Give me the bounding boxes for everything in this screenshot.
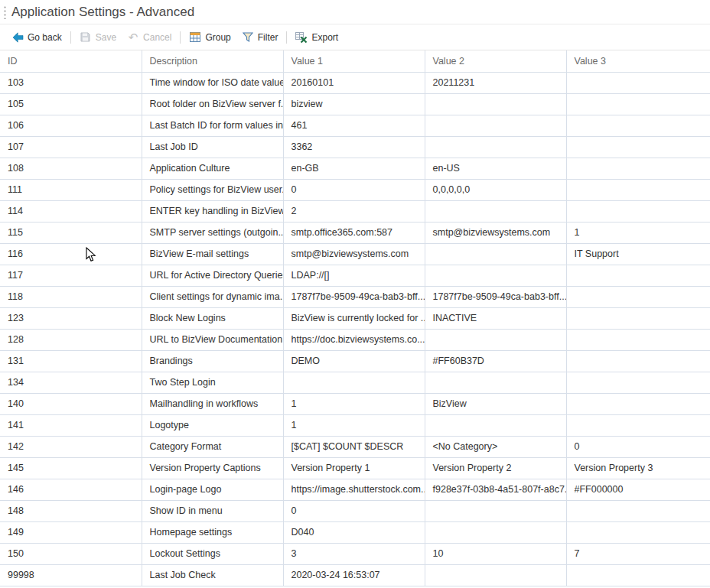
table-row[interactable]: 117URL for Active Directory QueriesLDAP:… — [0, 265, 710, 286]
grid-cell[interactable]: URL to BizView Documentation — [142, 329, 283, 350]
grid-cell[interactable]: DEMO — [283, 350, 425, 372]
grid-cell[interactable] — [425, 372, 566, 393]
grid-cell[interactable]: 0 — [566, 436, 710, 457]
table-row[interactable]: 142Category Format[$CAT] $COUNT $DESCR<N… — [0, 436, 710, 457]
grid-cell[interactable]: #FF60B37D — [425, 350, 566, 372]
column-header-id[interactable]: ID — [0, 50, 142, 72]
grid-cell[interactable]: bizview — [283, 93, 425, 115]
grid-cell[interactable] — [566, 158, 710, 179]
table-row[interactable]: 105Root folder on BizView server f...biz… — [0, 93, 710, 115]
table-row[interactable]: 106Last Batch ID for form values in...46… — [0, 115, 710, 136]
grid-cell[interactable]: 1 — [566, 222, 710, 243]
grid-cell[interactable] — [566, 179, 710, 200]
grid-cell[interactable] — [566, 564, 710, 586]
grid-cell[interactable] — [566, 500, 710, 521]
table-row[interactable]: 134Two Step Login — [0, 372, 710, 393]
grid-cell[interactable]: 128 — [0, 329, 142, 350]
grid-cell[interactable] — [566, 93, 710, 115]
grid-cell[interactable]: 117 — [0, 265, 142, 286]
grid-cell[interactable]: BizView is currently locked for ... — [283, 307, 425, 329]
grid-cell[interactable]: 150 — [0, 543, 142, 564]
grid-cell[interactable]: Two Step Login — [142, 372, 283, 393]
table-row[interactable]: 107Last Job ID3362 — [0, 136, 710, 158]
grid-cell[interactable]: Policy settings for BizView user... — [142, 179, 283, 200]
filter-button[interactable]: Filter — [236, 28, 284, 47]
grid-cell[interactable] — [566, 372, 710, 393]
grid-cell[interactable]: 141 — [0, 414, 142, 436]
grid-cell[interactable]: Brandings — [142, 350, 283, 372]
grid-cell[interactable]: 1 — [283, 393, 425, 414]
table-row[interactable]: 99998Last Job Check2020-03-24 16:53:07 — [0, 564, 710, 586]
drag-handle-icon[interactable] — [3, 5, 7, 19]
grid-cell[interactable] — [566, 414, 710, 436]
grid-cell[interactable]: 20160101 — [283, 72, 425, 93]
grid-cell[interactable]: https://image.shutterstock.com... — [283, 479, 425, 500]
grid-cell[interactable]: Client settings for dynamic ima... — [142, 286, 283, 307]
grid-cell[interactable]: 123 — [0, 307, 142, 329]
grid-cell[interactable]: en-GB — [283, 158, 425, 179]
table-row[interactable]: 116BizView E-mail settingssmtp@bizviewsy… — [0, 243, 710, 265]
grid-cell[interactable]: URL for Active Directory Queries — [142, 265, 283, 286]
column-header-description[interactable]: Description — [142, 50, 283, 72]
grid-cell[interactable]: 7 — [566, 543, 710, 564]
table-row[interactable]: 128URL to BizView Documentationhttps://d… — [0, 329, 710, 350]
grid-cell[interactable]: Version Property 2 — [425, 457, 566, 479]
grid-cell[interactable]: Lockout Settings — [142, 543, 283, 564]
grid-cell[interactable] — [566, 265, 710, 286]
table-row[interactable]: 145Version Property CaptionsVersion Prop… — [0, 457, 710, 479]
grid-cell[interactable]: 142 — [0, 436, 142, 457]
table-row[interactable]: 146Login-page Logohttps://image.shutters… — [0, 479, 710, 500]
grid-cell[interactable]: Homepage settings — [142, 521, 283, 543]
table-row[interactable]: 114ENTER key handling in BizView...2 — [0, 200, 710, 222]
grid-cell[interactable]: 106 — [0, 115, 142, 136]
grid-cell[interactable]: 116 — [0, 243, 142, 265]
table-row[interactable]: 111Policy settings for BizView user...00… — [0, 179, 710, 200]
grid-cell[interactable]: en-US — [425, 158, 566, 179]
grid-cell[interactable]: 0,0,0,0,0 — [425, 179, 566, 200]
grid-cell[interactable]: 3 — [283, 543, 425, 564]
grid-cell[interactable]: 140 — [0, 393, 142, 414]
grid-cell[interactable]: IT Support — [566, 243, 710, 265]
grid-cell[interactable]: 3362 — [283, 136, 425, 158]
grid-cell[interactable]: 111 — [0, 179, 142, 200]
grid-cell[interactable] — [425, 414, 566, 436]
grid-cell[interactable]: ENTER key handling in BizView... — [142, 200, 283, 222]
grid-cell[interactable] — [425, 329, 566, 350]
grid-cell[interactable]: 118 — [0, 286, 142, 307]
group-button[interactable]: Group — [184, 28, 236, 47]
grid-cell[interactable]: Root folder on BizView server f... — [142, 93, 283, 115]
grid-cell[interactable]: 1 — [283, 414, 425, 436]
table-row[interactable]: 148Show ID in menu0 — [0, 500, 710, 521]
grid-cell[interactable]: 103 — [0, 72, 142, 93]
grid-cell[interactable] — [425, 93, 566, 115]
column-header-value2[interactable]: Value 2 — [425, 50, 566, 72]
grid-cell[interactable] — [566, 136, 710, 158]
grid-cell[interactable]: 131 — [0, 350, 142, 372]
grid-cell[interactable]: INACTIVE — [425, 307, 566, 329]
grid-cell[interactable]: 1787f7be-9509-49ca-bab3-bff... — [425, 286, 566, 307]
grid-cell[interactable]: BizView — [425, 393, 566, 414]
grid-cell[interactable] — [566, 307, 710, 329]
grid-cell[interactable]: smtp@bizviewsystems.com — [425, 222, 566, 243]
grid-cell[interactable]: Time window for ISO date values — [142, 72, 283, 93]
column-header-value3[interactable]: Value 3 — [566, 50, 710, 72]
grid-cell[interactable]: 145 — [0, 457, 142, 479]
grid-cell[interactable]: Category Format — [142, 436, 283, 457]
grid-cell[interactable]: 99998 — [0, 564, 142, 586]
table-row[interactable]: 131BrandingsDEMO#FF60B37D — [0, 350, 710, 372]
grid-cell[interactable]: Version Property 3 — [566, 457, 710, 479]
table-row[interactable]: 140Mailhandling in workflows1BizView — [0, 393, 710, 414]
grid-cell[interactable] — [283, 372, 425, 393]
grid-cell[interactable] — [566, 200, 710, 222]
grid-cell[interactable]: 149 — [0, 521, 142, 543]
grid-cell[interactable]: Version Property Captions — [142, 457, 283, 479]
grid-cell[interactable]: 108 — [0, 158, 142, 179]
table-row[interactable]: 115SMTP server settings (outgoin...smtp.… — [0, 222, 710, 243]
grid-cell[interactable]: SMTP server settings (outgoin... — [142, 222, 283, 243]
table-row[interactable]: 141Logotype1 — [0, 414, 710, 436]
grid-cell[interactable]: Last Batch ID for form values in... — [142, 115, 283, 136]
grid-cell[interactable]: smtp.office365.com:587 — [283, 222, 425, 243]
grid-cell[interactable] — [425, 136, 566, 158]
grid-cell[interactable] — [566, 115, 710, 136]
grid-cell[interactable]: smtp@bizviewsystems.com — [283, 243, 425, 265]
